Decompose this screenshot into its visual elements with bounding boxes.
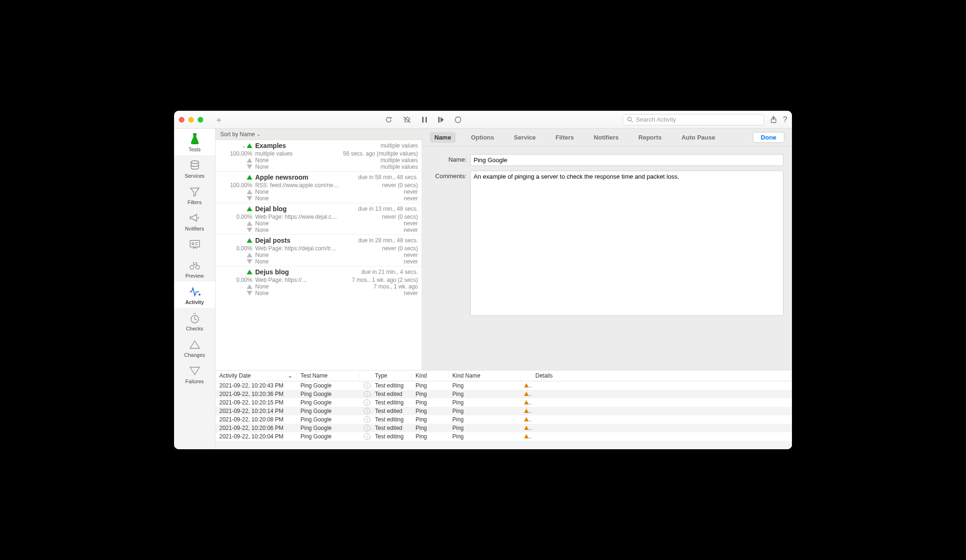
activity-row[interactable]: 2021-09-22, 10:20:36 PMPing GoogleiTest … (216, 390, 792, 398)
sidebar-item-services[interactable]: Services (174, 155, 215, 181)
activity-row[interactable]: 2021-09-22, 10:20:08 PMPing GoogleiTest … (216, 415, 792, 424)
sidebar-item-label: Preview (174, 273, 215, 279)
test-none: None (255, 220, 401, 227)
minimize-window-button[interactable] (188, 117, 194, 123)
step-icon[interactable] (438, 116, 444, 123)
close-window-button[interactable] (179, 117, 184, 123)
sort-label: Sort by Name (220, 131, 255, 138)
info-icon: i (364, 416, 370, 423)
sidebar-item-preview[interactable]: Preview (174, 255, 215, 281)
sidebar-item-changes[interactable]: Changes (174, 334, 215, 361)
tab-notifiers[interactable]: Notifiers (589, 132, 624, 143)
bug-off-icon[interactable] (403, 116, 411, 124)
test-none-due: 7 mos., 1 wk. ago (374, 283, 418, 290)
tab-autopause[interactable]: Auto Pause (677, 132, 720, 143)
tab-options[interactable]: Options (466, 132, 499, 143)
test-percent: 100.00% (219, 150, 252, 157)
test-due: due in 21 min., 4 secs. (361, 269, 418, 275)
cell-kind: Ping (412, 399, 449, 406)
test-item[interactable]: ⌄Examplesmultiple values100.00%multiple … (216, 140, 422, 171)
test-source: Web Page: https://… (255, 277, 349, 283)
activity-header: Activity Date ⌄ Test Name Type Kind Kind… (216, 370, 792, 381)
sort-header[interactable]: Sort by Name ⌄ (216, 129, 422, 140)
detail-pane: Name Options Service Filters Notifiers R… (422, 129, 792, 370)
change-up-icon (247, 158, 252, 163)
comments-field[interactable] (470, 171, 783, 316)
test-name: Dejus blog (255, 268, 289, 276)
sidebar-item-reports[interactable] (174, 234, 215, 255)
tab-name[interactable]: Name (430, 132, 456, 143)
column-kind[interactable]: Kind (412, 372, 449, 379)
test-due: due in 13 min., 48 secs. (358, 206, 418, 212)
svg-point-11 (190, 265, 194, 269)
help-icon[interactable]: ? (783, 115, 787, 124)
test-none-due: never (404, 189, 418, 195)
test-last: 7 mos., 1 wk. ago (2 secs) (352, 277, 418, 283)
activity-row[interactable]: 2021-09-22, 10:20:43 PMPing GoogleiTest … (216, 381, 792, 390)
cell-info: i (360, 425, 371, 432)
sidebar-item-filters[interactable]: Filters (174, 181, 215, 208)
sidebar-item-tests[interactable]: Tests (174, 129, 215, 155)
test-none-due: multiple values (381, 164, 418, 170)
test-none-due: multiple values (381, 157, 418, 164)
sidebar-item-activity[interactable]: Activity (174, 281, 215, 308)
test-item[interactable]: Dejal postsdue in 28 min., 48 secs.0.00%… (216, 234, 422, 266)
cell-type: Test edited (371, 408, 412, 414)
cell-badge (520, 416, 532, 423)
done-button[interactable]: Done (753, 132, 784, 143)
disclosure-icon[interactable]: ⌄ (241, 143, 247, 148)
change-down-icon (247, 165, 252, 169)
comments-label: Comments: (431, 171, 466, 180)
test-item[interactable]: Apple newsroomdue in 58 min., 48 secs.10… (216, 171, 422, 203)
zoom-window-button[interactable] (198, 117, 203, 123)
cell-test: Ping Google (297, 425, 360, 431)
column-kind-name[interactable]: Kind Name (449, 372, 520, 379)
name-field[interactable] (470, 154, 783, 166)
cell-test: Ping Google (297, 399, 360, 406)
pause-icon[interactable] (422, 116, 427, 123)
add-button[interactable]: ＋ (215, 114, 223, 125)
app-window: ＋ Search Activity (174, 111, 792, 449)
tab-reports[interactable]: Reports (634, 132, 666, 143)
search-input[interactable]: Search Activity (623, 114, 764, 125)
share-icon[interactable] (770, 116, 777, 124)
test-item[interactable]: Dejal blogdue in 13 min., 48 secs.0.00%W… (216, 203, 422, 234)
column-activity-date[interactable]: Activity Date ⌄ (216, 372, 297, 379)
record-icon[interactable] (455, 116, 461, 123)
tab-service[interactable]: Service (509, 132, 541, 143)
test-none: None (255, 189, 401, 195)
center-toolbar (385, 116, 461, 124)
activity-row[interactable]: 2021-09-22, 10:20:15 PMPing GoogleiTest … (216, 398, 792, 407)
tests-list[interactable]: ⌄Examplesmultiple values100.00%multiple … (216, 140, 422, 370)
svg-point-5 (628, 117, 632, 121)
info-icon: i (364, 408, 370, 414)
database-icon (174, 159, 215, 172)
column-type[interactable]: Type (371, 372, 412, 379)
activity-row[interactable]: 2021-09-22, 10:20:14 PMPing GoogleiTest … (216, 407, 792, 415)
test-none-due: never (404, 195, 418, 202)
svg-point-4 (455, 117, 461, 123)
sidebar-item-failures[interactable]: Failures (174, 361, 215, 387)
cell-info: i (360, 408, 371, 415)
triangle-up-icon (174, 338, 215, 351)
activity-row[interactable]: 2021-09-22, 10:20:06 PMPing GoogleiTest … (216, 424, 792, 432)
flask-icon (174, 132, 215, 146)
tab-bar: Name Options Service Filters Notifiers R… (422, 129, 792, 147)
sidebar-item-label: Tests (174, 147, 215, 152)
activity-row[interactable]: 2021-09-22, 10:20:04 PMPing GoogleiTest … (216, 432, 792, 441)
sidebar-item-label: Filters (174, 199, 215, 205)
column-details[interactable]: Details (532, 372, 792, 379)
tab-filters[interactable]: Filters (551, 132, 579, 143)
cell-badge (520, 408, 532, 414)
test-name: Examples (255, 142, 286, 149)
activity-body[interactable]: 2021-09-22, 10:20:43 PMPing GoogleiTest … (216, 381, 792, 441)
cell-date: 2021-09-22, 10:20:04 PM (216, 433, 297, 440)
column-test-name[interactable]: Test Name (297, 372, 360, 379)
sidebar-item-checks[interactable]: Checks (174, 308, 215, 334)
sidebar-item-notifiers[interactable]: Notifiers (174, 208, 215, 234)
test-item[interactable]: Dejus blogdue in 21 min., 4 secs.0.00%We… (216, 266, 422, 297)
sidebar-item-label: Activity (174, 299, 215, 305)
refresh-icon[interactable] (385, 116, 392, 124)
test-last: never (0 secs) (382, 245, 418, 252)
svg-rect-1 (422, 117, 424, 123)
